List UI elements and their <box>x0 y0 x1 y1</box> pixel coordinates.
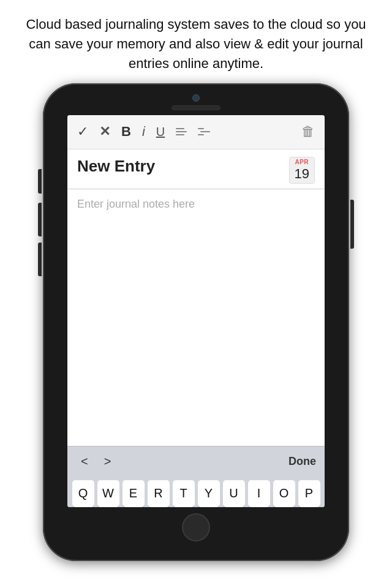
side-volume-up-button <box>38 203 42 236</box>
key-q[interactable]: Q <box>72 480 94 507</box>
key-o[interactable]: O <box>273 480 295 507</box>
key-w[interactable]: W <box>97 480 119 507</box>
entry-header: New Entry APR 19 <box>67 149 325 189</box>
key-t[interactable]: T <box>173 480 195 507</box>
phone-shell: ✓ ✕ B i U 🗑 New Entry APR <box>43 83 349 561</box>
journal-content-area[interactable]: Enter journal notes here <box>67 189 325 446</box>
description-text: Cloud based journaling system saves to t… <box>0 0 392 83</box>
side-mute-button <box>38 169 42 194</box>
keyboard-row-1: Q W E R T Y U I O P <box>70 480 322 507</box>
journal-placeholder-text: Enter journal notes here <box>77 198 195 210</box>
underline-button[interactable]: U <box>156 125 165 139</box>
key-r[interactable]: R <box>148 480 170 507</box>
done-button[interactable]: Done <box>288 455 316 468</box>
key-p[interactable]: P <box>298 480 320 507</box>
delete-entry-button[interactable]: 🗑 <box>301 124 315 140</box>
italic-button[interactable]: i <box>142 124 145 140</box>
phone-screen: ✓ ✕ B i U 🗑 New Entry APR <box>67 115 325 507</box>
key-e[interactable]: E <box>123 480 145 507</box>
date-badge-day: 19 <box>295 166 309 182</box>
keyboard-nav: < > <box>76 453 116 470</box>
phone-top-bar <box>43 83 349 110</box>
key-u[interactable]: U <box>223 480 245 507</box>
home-button[interactable] <box>182 513 210 541</box>
software-keyboard: Q W E R T Y U I O P <box>67 477 325 507</box>
next-field-button[interactable]: > <box>99 453 116 470</box>
keyboard-accessory-toolbar: < > Done <box>67 446 325 477</box>
text-format-toolbar: ✓ ✕ B i U 🗑 <box>67 115 325 149</box>
indent-list-button[interactable] <box>198 128 210 135</box>
bold-button[interactable]: B <box>121 124 131 140</box>
key-y[interactable]: Y <box>198 480 220 507</box>
entry-title[interactable]: New Entry <box>77 157 155 176</box>
date-badge: APR 19 <box>289 157 315 184</box>
confirm-button[interactable]: ✓ <box>77 124 88 140</box>
bullet-list-button[interactable] <box>176 128 187 135</box>
side-power-button <box>350 200 354 249</box>
cancel-button[interactable]: ✕ <box>99 124 110 140</box>
prev-field-button[interactable]: < <box>76 453 93 470</box>
phone-speaker <box>172 105 221 110</box>
side-volume-down-button <box>38 243 42 276</box>
front-camera <box>192 94 200 102</box>
key-i[interactable]: I <box>248 480 270 507</box>
date-badge-month: APR <box>295 159 309 166</box>
